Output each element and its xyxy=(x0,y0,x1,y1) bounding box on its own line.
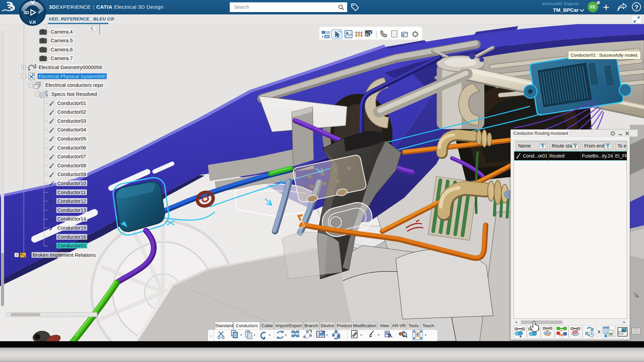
svg-text:V.R: V.R xyxy=(29,20,36,25)
svg-text:?: ? xyxy=(45,94,48,99)
svg-text:?: ? xyxy=(367,33,369,37)
svg-text:i²: i² xyxy=(38,10,41,15)
svg-text:3D: 3D xyxy=(23,10,29,15)
